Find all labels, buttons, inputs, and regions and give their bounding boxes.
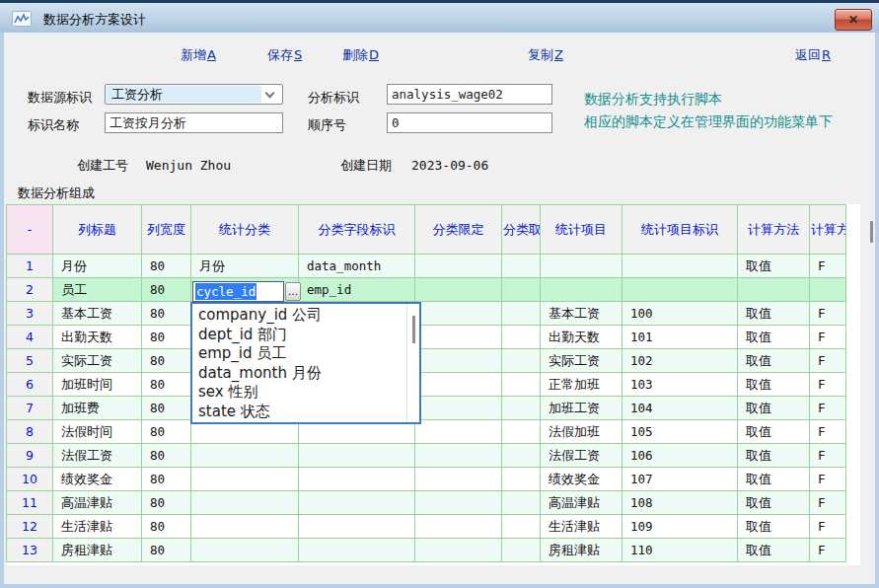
grid-cell-r1-c6[interactable] [502,255,541,278]
grid-cell-r10-c6[interactable] [502,468,541,491]
grid-cell-r6-c8[interactable]: 103 [623,373,738,397]
analysis-id-field[interactable]: analysis_wage02 [387,84,552,105]
grid-cell-r1-c7[interactable] [541,255,623,278]
grid-cell-r10-c9[interactable]: 取值 [738,468,810,491]
grid-cell-r3-c5[interactable] [415,302,502,326]
grid-cell-r5-c10[interactable]: F [810,349,846,373]
grid-cell-r1-c2[interactable]: 80 [142,255,191,278]
grid-cell-r5-c8[interactable]: 102 [623,349,738,373]
grid-cell-r11-c4[interactable] [299,491,415,515]
grid-cell-r7-c9[interactable]: 取值 [738,397,810,420]
grid-cell-r12-c6[interactable] [502,515,541,539]
grid-cell-r1-c8[interactable] [623,255,738,278]
grid-cell-r2-c2[interactable]: 80 [142,278,191,302]
grid-cell-r9-c3[interactable] [191,444,299,468]
grid-cell-r8-c10[interactable]: F [810,420,846,444]
close-button[interactable]: ✕ [835,9,872,31]
grid-cell-r2-c7[interactable] [541,278,623,302]
grid-scrollbar-thumb[interactable] [870,221,873,243]
grid-cell-r13-c9[interactable]: 取值 [738,539,810,562]
grid-cell-r13-c6[interactable] [502,539,541,562]
grid-cell-r13-c10[interactable]: F [810,539,846,562]
grid-cell-r12-c9[interactable]: 取值 [738,515,810,539]
grid-cell-r4-c8[interactable]: 101 [623,326,738,349]
grid-cell-r13-c4[interactable] [299,539,415,562]
grid-cell-r7-c2[interactable]: 80 [142,397,191,420]
grid-cell-r8-c2[interactable]: 80 [142,420,191,444]
grid-cell-r9-c7[interactable]: 法假工资 [541,444,623,468]
grid-cell-r6-c7[interactable]: 正常加班 [541,373,623,397]
grid-cell-r3-c8[interactable]: 100 [623,302,738,326]
dropdown-scrollbar[interactable] [406,304,419,422]
grid-cell-r1-c5[interactable] [415,255,502,278]
grid-cell-r4-c10[interactable]: F [810,326,846,349]
grid-cell-r2-c9[interactable] [738,278,810,302]
grid-cell-r8-c5[interactable] [415,420,502,444]
grid-cell-r6-c10[interactable]: F [810,373,846,397]
grid-cell-r5-c7[interactable]: 实际工资 [541,349,623,373]
grid-cell-r4-c5[interactable] [415,326,502,349]
grid-cell-r9-c8[interactable]: 106 [623,444,738,468]
cell-editor-input[interactable]: cycle_id [192,281,284,302]
grid-cell-r10-c1[interactable]: 绩效奖金 [53,468,142,491]
grid-cell-r13-c1[interactable]: 房租津贴 [53,539,142,562]
grid-cell-r9-c5[interactable] [415,444,502,468]
grid-cell-r13-c7[interactable]: 房租津贴 [541,539,623,562]
grid-cell-r2-c6[interactable] [502,278,541,302]
grid-cell-r8-c1[interactable]: 法假时间 [53,420,142,444]
grid-cell-r12-c10[interactable]: F [810,515,846,539]
grid-cell-r11-c3[interactable] [191,491,299,515]
back-button[interactable]: 返回R [795,46,831,64]
grid-cell-r7-c10[interactable]: F [810,397,846,420]
grid-cell-r6-c1[interactable]: 加班时间 [53,373,142,397]
grid-cell-r11-c2[interactable]: 80 [142,491,191,515]
grid-cell-r7-c8[interactable]: 104 [623,397,738,420]
grid-cell-r9-c10[interactable]: F [810,444,846,468]
grid-cell-r3-c9[interactable]: 取值 [738,302,810,326]
grid-cell-r11-c6[interactable] [502,491,541,515]
grid-cell-r4-c7[interactable]: 出勤天数 [541,326,623,349]
save-button[interactable]: 保存S [267,46,302,64]
grid-cell-r3-c7[interactable]: 基本工资 [541,302,623,326]
grid-cell-r4-c2[interactable]: 80 [142,326,191,349]
grid-cell-r5-c2[interactable]: 80 [142,349,191,373]
dropdown-scrollbar-thumb[interactable] [412,316,415,343]
grid-cell-r13-c8[interactable]: 110 [623,539,738,562]
grid-cell-r11-c9[interactable]: 取值 [738,491,810,515]
grid-cell-r5-c6[interactable] [502,349,541,373]
grid-cell-r8-c8[interactable]: 105 [623,420,738,444]
grid-cell-r11-c7[interactable]: 高温津贴 [541,491,623,515]
name-field[interactable]: 工资按月分析 [105,112,283,133]
grid-cell-r3-c1[interactable]: 基本工资 [53,302,142,326]
grid-cell-r7-c6[interactable] [502,397,541,420]
grid-cell-r11-c5[interactable] [415,491,502,515]
dropdown-item-emp_id[interactable]: emp_id 员工 [198,344,419,364]
lookup-ellipsis-button[interactable]: … [285,282,301,301]
grid-cell-r11-c10[interactable]: F [810,491,846,515]
grid-cell-r10-c7[interactable]: 绩效奖金 [541,468,623,491]
grid-cell-r3-c10[interactable]: F [810,302,846,326]
grid-cell-r1-c3[interactable]: 月份 [191,255,299,278]
grid-cell-r12-c3[interactable] [191,515,299,539]
grid-cell-r7-c5[interactable] [415,397,502,420]
grid-cell-r6-c9[interactable]: 取值 [738,373,810,397]
grid-cell-r12-c5[interactable] [415,515,502,539]
delete-button[interactable]: 删除D [342,46,379,64]
new-button[interactable]: 新增A [181,46,216,64]
grid-cell-r1-c9[interactable]: 取值 [738,255,810,278]
grid-cell-r4-c1[interactable]: 出勤天数 [53,326,142,349]
grid-cell-r2-c8[interactable] [623,278,738,302]
grid-cell-r5-c9[interactable]: 取值 [738,349,810,373]
grid-cell-r2-c1[interactable]: 员工 [53,278,142,302]
grid-cell-r9-c4[interactable] [299,444,415,468]
dropdown-item-sex[interactable]: sex 性别 [198,383,419,403]
grid-cell-r12-c4[interactable] [299,515,415,539]
grid-cell-r6-c6[interactable] [502,373,541,397]
grid-cell-r2-c4[interactable]: emp_id [299,278,415,302]
grid-cell-r1-c10[interactable]: F [810,255,846,278]
grid-cell-r1-c1[interactable]: 月份 [53,255,142,278]
grid-cell-r13-c2[interactable]: 80 [142,539,191,562]
seq-field[interactable]: 0 [387,112,552,133]
grid-cell-r3-c2[interactable]: 80 [142,302,191,326]
grid-cell-r3-c6[interactable] [502,302,541,326]
